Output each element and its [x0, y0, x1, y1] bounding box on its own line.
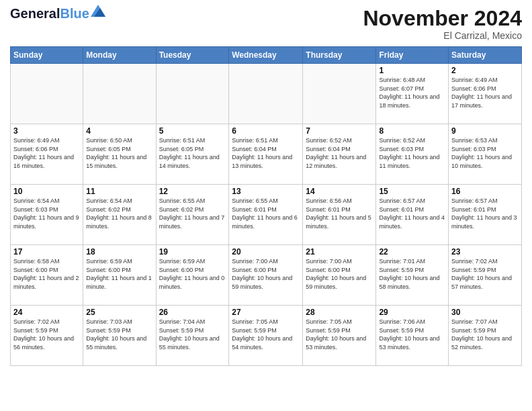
day-info: Sunrise: 7:00 AM Sunset: 6:00 PM Dayligh… [232, 257, 300, 291]
calendar-cell: 30Sunrise: 7:07 AM Sunset: 5:59 PM Dayli… [449, 306, 522, 366]
calendar-cell: 10Sunrise: 6:54 AM Sunset: 6:03 PM Dayli… [11, 185, 83, 245]
calendar-cell: 2Sunrise: 6:49 AM Sunset: 6:06 PM Daylig… [449, 64, 522, 124]
day-number: 28 [306, 308, 373, 317]
calendar-cell [11, 64, 83, 124]
day-info: Sunrise: 6:50 AM Sunset: 6:05 PM Dayligh… [86, 136, 152, 170]
day-info: Sunrise: 6:53 AM Sunset: 6:03 PM Dayligh… [451, 136, 519, 170]
day-number: 2 [451, 66, 519, 75]
calendar-week-3: 17Sunrise: 6:58 AM Sunset: 6:00 PM Dayli… [11, 245, 522, 306]
day-info: Sunrise: 6:59 AM Sunset: 6:00 PM Dayligh… [86, 257, 152, 291]
day-number: 30 [451, 308, 519, 317]
title-block: November 2024 El Carrizal, Mexico [363, 7, 522, 41]
col-friday: Friday [376, 47, 449, 64]
calendar-cell: 4Sunrise: 6:50 AM Sunset: 6:05 PM Daylig… [83, 124, 156, 185]
day-info: Sunrise: 6:52 AM Sunset: 6:03 PM Dayligh… [379, 136, 445, 170]
day-info: Sunrise: 6:51 AM Sunset: 6:04 PM Dayligh… [232, 136, 300, 170]
calendar-cell: 24Sunrise: 7:02 AM Sunset: 5:59 PM Dayli… [11, 306, 83, 366]
day-info: Sunrise: 7:02 AM Sunset: 5:59 PM Dayligh… [13, 318, 80, 351]
calendar-cell: 18Sunrise: 6:59 AM Sunset: 6:00 PM Dayli… [83, 245, 156, 306]
day-number: 3 [13, 126, 80, 136]
day-info: Sunrise: 6:49 AM Sunset: 6:06 PM Dayligh… [13, 136, 80, 170]
calendar-cell [303, 64, 376, 124]
calendar-cell: 29Sunrise: 7:06 AM Sunset: 5:59 PM Dayli… [376, 306, 449, 366]
day-number: 4 [86, 126, 152, 136]
day-info: Sunrise: 6:49 AM Sunset: 6:06 PM Dayligh… [451, 76, 519, 109]
calendar-cell: 5Sunrise: 6:51 AM Sunset: 6:05 PM Daylig… [156, 124, 229, 185]
calendar-cell [229, 64, 303, 124]
calendar-cell: 3Sunrise: 6:49 AM Sunset: 6:06 PM Daylig… [11, 124, 83, 185]
day-info: Sunrise: 7:05 AM Sunset: 5:59 PM Dayligh… [306, 318, 373, 351]
day-info: Sunrise: 6:55 AM Sunset: 6:02 PM Dayligh… [159, 197, 226, 230]
day-number: 27 [232, 308, 300, 317]
day-number: 7 [306, 126, 373, 136]
day-number: 17 [13, 247, 80, 257]
calendar-header-row: Sunday Monday Tuesday Wednesday Thursday… [11, 47, 522, 64]
day-info: Sunrise: 6:55 AM Sunset: 6:01 PM Dayligh… [232, 197, 300, 230]
day-number: 21 [306, 247, 373, 257]
calendar-cell: 17Sunrise: 6:58 AM Sunset: 6:00 PM Dayli… [11, 245, 83, 306]
day-info: Sunrise: 6:52 AM Sunset: 6:04 PM Dayligh… [306, 136, 373, 170]
calendar-cell: 19Sunrise: 6:59 AM Sunset: 6:00 PM Dayli… [156, 245, 229, 306]
calendar-week-4: 24Sunrise: 7:02 AM Sunset: 5:59 PM Dayli… [11, 306, 522, 366]
day-number: 23 [451, 247, 519, 257]
day-info: Sunrise: 6:48 AM Sunset: 6:07 PM Dayligh… [379, 76, 445, 109]
calendar-cell: 9Sunrise: 6:53 AM Sunset: 6:03 PM Daylig… [449, 124, 522, 185]
day-info: Sunrise: 6:57 AM Sunset: 6:01 PM Dayligh… [451, 197, 519, 230]
day-number: 25 [86, 308, 152, 317]
day-info: Sunrise: 6:54 AM Sunset: 6:02 PM Dayligh… [86, 197, 152, 230]
day-number: 29 [379, 308, 445, 317]
day-number: 12 [159, 187, 226, 196]
location-subtitle: El Carrizal, Mexico [363, 30, 522, 41]
day-info: Sunrise: 7:00 AM Sunset: 6:00 PM Dayligh… [306, 257, 373, 291]
day-number: 26 [159, 308, 226, 317]
day-number: 14 [306, 187, 373, 196]
col-sunday: Sunday [11, 47, 83, 64]
day-info: Sunrise: 6:57 AM Sunset: 6:01 PM Dayligh… [379, 197, 445, 230]
day-info: Sunrise: 7:01 AM Sunset: 5:59 PM Dayligh… [379, 257, 445, 291]
calendar-cell: 20Sunrise: 7:00 AM Sunset: 6:00 PM Dayli… [229, 245, 303, 306]
calendar-cell: 23Sunrise: 7:02 AM Sunset: 5:59 PM Dayli… [449, 245, 522, 306]
logo-general: General [10, 6, 60, 21]
calendar-cell: 22Sunrise: 7:01 AM Sunset: 5:59 PM Dayli… [376, 245, 449, 306]
logo-blue: Blue [60, 6, 89, 21]
calendar-cell: 27Sunrise: 7:05 AM Sunset: 5:59 PM Dayli… [229, 306, 303, 366]
calendar-cell: 11Sunrise: 6:54 AM Sunset: 6:02 PM Dayli… [83, 185, 156, 245]
day-number: 10 [13, 187, 80, 196]
calendar-cell: 8Sunrise: 6:52 AM Sunset: 6:03 PM Daylig… [376, 124, 449, 185]
day-info: Sunrise: 6:58 AM Sunset: 6:00 PM Dayligh… [13, 257, 80, 291]
day-info: Sunrise: 7:06 AM Sunset: 5:59 PM Dayligh… [379, 318, 445, 351]
page: GeneralBlue November 2024 El Carrizal, M… [0, 0, 532, 373]
calendar-cell: 1Sunrise: 6:48 AM Sunset: 6:07 PM Daylig… [376, 64, 449, 124]
logo-text: GeneralBlue [10, 7, 89, 20]
day-info: Sunrise: 7:02 AM Sunset: 5:59 PM Dayligh… [451, 257, 519, 291]
calendar-cell: 15Sunrise: 6:57 AM Sunset: 6:01 PM Dayli… [376, 185, 449, 245]
day-number: 22 [379, 247, 445, 257]
day-number: 1 [379, 66, 445, 75]
day-number: 20 [232, 247, 300, 257]
calendar-table: Sunday Monday Tuesday Wednesday Thursday… [10, 46, 522, 366]
calendar-cell: 14Sunrise: 6:56 AM Sunset: 6:01 PM Dayli… [303, 185, 376, 245]
day-info: Sunrise: 6:51 AM Sunset: 6:05 PM Dayligh… [159, 136, 226, 170]
day-number: 18 [86, 247, 152, 257]
day-number: 8 [379, 126, 445, 136]
calendar-cell: 16Sunrise: 6:57 AM Sunset: 6:01 PM Dayli… [449, 185, 522, 245]
calendar-week-0: 1Sunrise: 6:48 AM Sunset: 6:07 PM Daylig… [11, 64, 522, 124]
day-number: 24 [13, 308, 80, 317]
month-title: November 2024 [363, 7, 522, 30]
day-info: Sunrise: 7:04 AM Sunset: 5:59 PM Dayligh… [159, 318, 226, 351]
calendar-cell [156, 64, 229, 124]
day-number: 9 [451, 126, 519, 136]
day-info: Sunrise: 7:03 AM Sunset: 5:59 PM Dayligh… [86, 318, 152, 351]
col-thursday: Thursday [303, 47, 376, 64]
day-number: 13 [232, 187, 300, 196]
day-number: 5 [159, 126, 226, 136]
day-number: 19 [159, 247, 226, 257]
calendar-cell: 21Sunrise: 7:00 AM Sunset: 6:00 PM Dayli… [303, 245, 376, 306]
day-info: Sunrise: 7:07 AM Sunset: 5:59 PM Dayligh… [451, 318, 519, 351]
logo: GeneralBlue [10, 7, 105, 20]
calendar-cell: 28Sunrise: 7:05 AM Sunset: 5:59 PM Dayli… [303, 306, 376, 366]
day-number: 6 [232, 126, 300, 136]
calendar-cell [83, 64, 156, 124]
day-info: Sunrise: 6:59 AM Sunset: 6:00 PM Dayligh… [159, 257, 226, 291]
calendar-cell: 26Sunrise: 7:04 AM Sunset: 5:59 PM Dayli… [156, 306, 229, 366]
